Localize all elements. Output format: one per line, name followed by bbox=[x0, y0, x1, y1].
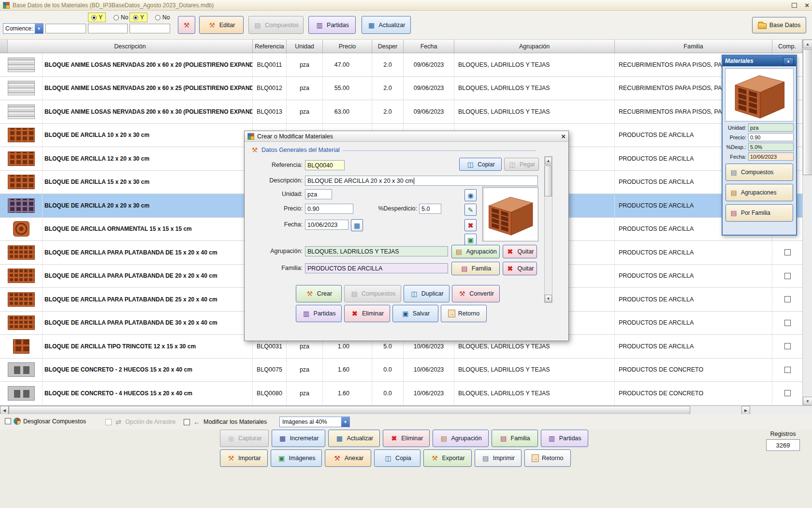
bottom-button[interactable]: ✖ Eliminar bbox=[383, 430, 430, 447]
table-row[interactable]: BLOQUE ANIME LOSAS NERVADAS 200 x 60 x 3… bbox=[0, 100, 802, 124]
bottom-button[interactable]: ▣ Imágenes bbox=[271, 449, 322, 467]
familia-input[interactable]: PRODUCTOS DE ARCILLA bbox=[305, 263, 448, 273]
comp-checkbox[interactable] bbox=[784, 320, 791, 326]
header-precio[interactable]: Precio bbox=[323, 40, 372, 53]
pegar-button[interactable]: ◫Pegar bbox=[504, 158, 539, 171]
comp-checkbox[interactable] bbox=[784, 273, 791, 279]
dialog-action-button[interactable]: ⚒ Crear bbox=[296, 285, 342, 302]
base-datos-button[interactable]: Base Datos bbox=[752, 17, 806, 33]
bottom-button[interactable]: ▦ Actualizar bbox=[328, 430, 380, 447]
comp-checkbox[interactable] bbox=[784, 296, 791, 302]
filter-input-3[interactable] bbox=[130, 24, 170, 33]
desglosar-checkbox[interactable] bbox=[5, 418, 11, 424]
image-capture-button[interactable]: ◉ bbox=[464, 189, 477, 201]
comp-checkbox[interactable] bbox=[784, 390, 791, 396]
window-titlebar[interactable]: Base Datos de los Materiales (BD_IP3Base… bbox=[0, 0, 812, 11]
scroll-left-icon[interactable]: ◀ bbox=[0, 406, 9, 415]
dialog-close-icon[interactable]: × bbox=[561, 132, 566, 140]
header-unidad[interactable]: Unidad bbox=[287, 40, 323, 53]
header-descripcion[interactable]: Descripción bbox=[8, 40, 253, 53]
precio-input[interactable]: 0.90 bbox=[305, 204, 353, 214]
header-referencia[interactable]: Referencia bbox=[253, 40, 287, 53]
vertical-scrollbar[interactable]: ▲ ▼ bbox=[802, 40, 812, 405]
actualizar-button[interactable]: ▦Actualizar bbox=[362, 16, 411, 34]
referencia-input[interactable]: BLQ0040 bbox=[305, 160, 345, 170]
header-desper[interactable]: Desper bbox=[372, 40, 404, 53]
header-corner-cell[interactable] bbox=[0, 40, 8, 53]
table-row[interactable]: BLOQUE ANIME LOSAS NERVADAS 200 x 60 x 2… bbox=[0, 77, 802, 101]
agrupacion-button[interactable]: ▤Agrupación bbox=[451, 245, 500, 258]
bottom-button[interactable]: ◎ Capturar bbox=[220, 430, 269, 447]
panel-button[interactable]: ▤ Por Familia bbox=[725, 204, 793, 222]
scroll-down-icon[interactable]: ▼ bbox=[545, 295, 552, 302]
comp-checkbox[interactable] bbox=[784, 343, 791, 349]
header-agrupacion[interactable]: Agrupación bbox=[454, 40, 615, 53]
header-fecha[interactable]: Fecha bbox=[404, 40, 454, 53]
bottom-button[interactable]: ◫ Copia bbox=[374, 449, 420, 467]
quitar-familia-button[interactable]: ✖Quitar bbox=[503, 262, 537, 275]
dialog-action-button[interactable]: ▣ Salvar bbox=[392, 305, 438, 322]
radio-no-2[interactable]: No bbox=[152, 13, 173, 22]
bottom-button[interactable]: → Retorno bbox=[524, 449, 571, 467]
partidas-button[interactable]: ▥Partidas bbox=[308, 16, 356, 34]
dialog-action-button[interactable]: ⚒ Convertir bbox=[452, 285, 500, 302]
scroll-down-icon[interactable]: ▼ bbox=[803, 397, 812, 405]
bottom-button[interactable]: ⚒ Anexar bbox=[325, 449, 371, 467]
table-row[interactable]: BLOQUE ANIME LOSAS NERVADAS 200 x 60 x 2… bbox=[0, 53, 802, 77]
bottom-button[interactable]: ▤ Agrupación bbox=[433, 430, 488, 447]
desperdicio-input[interactable]: 5.0 bbox=[419, 204, 441, 214]
radio-yes-1[interactable]: Y bbox=[88, 13, 106, 22]
unidad-input[interactable]: pza bbox=[305, 189, 332, 199]
image-edit-button[interactable]: ✎ bbox=[464, 204, 477, 216]
table-row[interactable]: BLOQUE DE CONCRETO - 4 HUECOS 15 x 20 x … bbox=[0, 382, 802, 405]
bottom-button[interactable]: ▤ Familia bbox=[492, 430, 538, 447]
dialog-action-button[interactable]: ◫ Duplicar bbox=[404, 285, 450, 302]
quitar-agrupacion-button[interactable]: ✖Quitar bbox=[503, 245, 537, 258]
filter-input-2[interactable] bbox=[88, 24, 128, 33]
desglosar-option[interactable]: Desglosar Compuestos bbox=[5, 418, 86, 425]
dialog-action-button[interactable]: ▥ Partidas bbox=[296, 305, 342, 322]
panel-button[interactable]: ▤ Agrupaciones bbox=[725, 184, 793, 201]
copiar-button[interactable]: ◫Copiar bbox=[459, 158, 502, 171]
image-delete-button[interactable]: ✖ bbox=[464, 219, 477, 231]
bottom-button[interactable]: ▤ Imprimir bbox=[475, 449, 522, 467]
vertical-scroll-thumb[interactable] bbox=[803, 49, 812, 175]
modificar-option[interactable]: ← Modificar los Materiales bbox=[184, 418, 267, 426]
comp-checkbox[interactable] bbox=[784, 367, 791, 373]
calendar-button[interactable]: ▦ bbox=[351, 219, 363, 231]
dialog-scrollbar[interactable]: ▲ ▼ bbox=[544, 156, 552, 303]
scroll-up-icon[interactable]: ▲ bbox=[545, 157, 552, 164]
collapse-button[interactable]: ▲ bbox=[783, 57, 794, 65]
header-familia[interactable]: Familia bbox=[615, 40, 772, 53]
panel-button[interactable]: ▤ Compuestos bbox=[725, 164, 793, 181]
horizontal-scrollbar[interactable]: ◀ ▶ bbox=[0, 405, 812, 414]
editar-button[interactable]: ⚒Editar bbox=[199, 16, 244, 34]
horizontal-scroll-thumb[interactable] bbox=[9, 406, 690, 415]
descripcion-input[interactable]: BLOQUE DE ARCILLA 20 x 20 x 30 cm bbox=[305, 176, 538, 186]
agrupacion-input[interactable]: BLOQUES, LADRILLOS Y TEJAS bbox=[305, 246, 448, 256]
compuestos-button[interactable]: ▤Compuestos bbox=[248, 16, 304, 34]
dialog-titlebar[interactable]: Crear o Modificar Materiales × bbox=[245, 131, 568, 142]
bottom-button[interactable]: ▥ Partidas bbox=[541, 430, 588, 447]
hammer-button[interactable]: ⚒ bbox=[178, 16, 195, 34]
dialog-action-button[interactable]: ✖ Eliminar bbox=[344, 305, 390, 322]
radio-yes-2[interactable]: Y bbox=[130, 13, 147, 22]
chevron-down-icon[interactable]: ▼ bbox=[341, 417, 349, 427]
maximize-icon[interactable] bbox=[792, 3, 797, 8]
bottom-button[interactable]: ⚒ Exportar bbox=[423, 449, 471, 467]
familia-button[interactable]: ▤Familia bbox=[451, 262, 500, 275]
dialog-action-button[interactable]: ▤ Compuestos bbox=[344, 285, 401, 302]
close-icon[interactable]: × bbox=[805, 1, 809, 9]
image-view-button[interactable]: ▣ bbox=[464, 234, 477, 246]
modificar-checkbox[interactable] bbox=[184, 419, 190, 425]
bottom-button[interactable]: ⚒ Importar bbox=[220, 449, 268, 467]
comience-combobox[interactable]: Comience: ▼ bbox=[3, 23, 44, 34]
comp-checkbox[interactable] bbox=[784, 249, 791, 255]
chevron-down-icon[interactable]: ▼ bbox=[35, 24, 43, 33]
scroll-right-icon[interactable]: ▶ bbox=[741, 406, 750, 415]
scroll-up-icon[interactable]: ▲ bbox=[803, 40, 812, 48]
table-row[interactable]: BLOQUE DE CONCRETO - 2 HUECOS 15 x 20 x … bbox=[0, 359, 802, 382]
bottom-button[interactable]: ▦ Incremetar bbox=[272, 430, 326, 447]
imagenes-dropdown[interactable]: Imágenes al 40% ▼ bbox=[279, 417, 350, 427]
dialog-scroll-thumb[interactable] bbox=[545, 165, 552, 196]
